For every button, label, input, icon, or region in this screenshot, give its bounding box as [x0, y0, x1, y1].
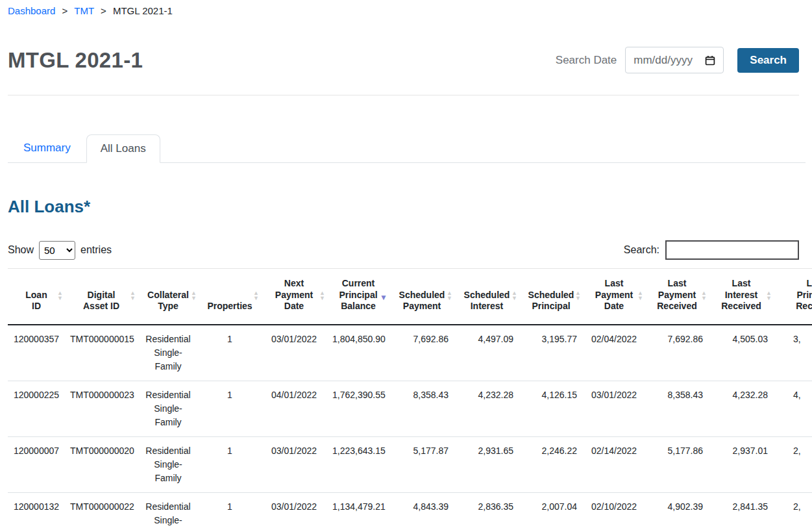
- page-title: MTGL 2021-1: [8, 48, 143, 73]
- calendar-icon[interactable]: [705, 55, 715, 66]
- sort-icon: ▲▼: [253, 291, 259, 301]
- column-header-digital-asset-id[interactable]: Digital Asset ID▲▼: [65, 269, 138, 325]
- table-header-row: Loan ID▲▼Digital Asset ID▲▼Collateral Ty…: [8, 269, 812, 325]
- search-date-input[interactable]: mm/dd/yyyy: [625, 47, 724, 73]
- column-header-scheduled-interest[interactable]: Scheduled Interest▲▼: [454, 269, 519, 325]
- sort-icon: ▲▼: [511, 291, 517, 301]
- column-header-label: Next Payment Date: [275, 278, 313, 311]
- cell-next-payment-date: 03/01/2022: [261, 492, 327, 528]
- divider: [8, 95, 799, 95]
- column-header-label: Scheduled Principal: [528, 290, 574, 312]
- table-row: 120000132TMT000000022Residential Single-…: [8, 492, 812, 528]
- column-header-last-payment-date[interactable]: Last Payment Date▲▼: [583, 269, 645, 325]
- cell-last-principal-received: 2,: [774, 492, 812, 528]
- cell-scheduled-principal: 2,246.22: [519, 436, 583, 492]
- cell-next-payment-date: 03/01/2022: [261, 325, 327, 381]
- cell-scheduled-interest: 2,931.65: [454, 436, 519, 492]
- sort-icon-desc-active: ▲▼: [380, 292, 388, 300]
- column-header-label: Scheduled Payment: [399, 290, 445, 312]
- column-header-current-principal-balance[interactable]: Current Principal Balance▲▼: [327, 269, 389, 325]
- sort-icon: ▲▼: [57, 291, 63, 301]
- breadcrumb-separator: >: [62, 5, 68, 16]
- column-header-label: Last Interest Received: [721, 278, 761, 311]
- date-placeholder: mm/dd/yyyy: [634, 54, 693, 67]
- column-header-scheduled-payment[interactable]: Scheduled Payment▲▼: [389, 269, 454, 325]
- cell-current-principal-balance: 1,804,850.90: [327, 325, 389, 381]
- search-button[interactable]: Search: [737, 48, 799, 73]
- cell-last-interest-received: 2,937.01: [709, 436, 774, 492]
- cell-next-payment-date: 03/01/2022: [261, 436, 327, 492]
- column-header-properties[interactable]: Properties▲▼: [199, 269, 261, 325]
- cell-current-principal-balance: 1,134,479.21: [327, 492, 389, 528]
- cell-scheduled-payment: 4,843.39: [389, 492, 454, 528]
- sort-icon: ▲▼: [575, 291, 581, 301]
- section-heading: All Loans*: [8, 197, 806, 217]
- column-header-label: Last Payment Date: [595, 278, 633, 311]
- column-header-label: Last Payment Received: [657, 278, 696, 311]
- cell-scheduled-payment: 5,177.87: [389, 436, 454, 492]
- column-header-label: Current Principal Balance: [339, 278, 377, 311]
- cell-loan-id: 120000357: [8, 325, 65, 381]
- cell-loan-id: 120000132: [8, 492, 65, 528]
- cell-scheduled-principal: 3,195.77: [519, 325, 583, 381]
- cell-last-payment-received: 4,902.39: [645, 492, 709, 528]
- sort-icon: ▲▼: [191, 291, 197, 301]
- cell-loan-id: 120000225: [8, 381, 65, 436]
- show-entries: Show 50 entries: [8, 241, 112, 260]
- tab-all-loans[interactable]: All Loans: [86, 134, 160, 163]
- cell-scheduled-interest: 2,836.35: [454, 492, 519, 528]
- cell-scheduled-interest: 4,232.28: [454, 381, 519, 436]
- breadcrumb-current: MTGL 2021-1: [113, 5, 173, 16]
- cell-collateral-type: Residential Single-Family: [138, 381, 199, 436]
- column-header-label: Collateral Type: [147, 290, 189, 312]
- sort-icon: ▲▼: [319, 291, 325, 301]
- sort-icon: ▲▼: [130, 291, 136, 301]
- breadcrumb-link-dashboard[interactable]: Dashboard: [8, 5, 55, 16]
- cell-last-interest-received: 4,505.03: [709, 325, 774, 381]
- search-date-label: Search Date: [556, 54, 617, 67]
- cell-last-interest-received: 2,841.35: [709, 492, 774, 528]
- tab-summary[interactable]: Summary: [8, 134, 86, 162]
- sort-icon: ▲▼: [637, 291, 643, 301]
- page: Dashboard > TMT > MTGL 2021-1 MTGL 2021-…: [0, 0, 812, 528]
- cell-scheduled-payment: 7,692.86: [389, 325, 454, 381]
- table-row: 120000357TMT000000015Residential Single-…: [8, 325, 812, 381]
- table-row: 120000007TMT000000020Residential Single-…: [8, 436, 812, 492]
- column-header-label: Scheduled Interest: [464, 290, 510, 312]
- column-header-last-interest-received[interactable]: Last Interest Received▲▼: [709, 269, 774, 325]
- loans-table-wrap: Loan ID▲▼Digital Asset ID▲▼Collateral Ty…: [8, 268, 812, 528]
- loans-table: Loan ID▲▼Digital Asset ID▲▼Collateral Ty…: [8, 268, 812, 528]
- column-header-last-payment-received[interactable]: Last Payment Received▲▼: [645, 269, 709, 325]
- table-row: 120000225TMT000000023Residential Single-…: [8, 381, 812, 436]
- cell-properties: 1: [199, 436, 261, 492]
- cell-collateral-type: Residential Single-Family: [138, 325, 199, 381]
- cell-current-principal-balance: 1,223,643.15: [327, 436, 389, 492]
- column-header-loan-id[interactable]: Loan ID▲▼: [8, 269, 65, 325]
- cell-digital-asset-id: TMT000000022: [65, 492, 138, 528]
- cell-scheduled-principal: 4,126.15: [519, 381, 583, 436]
- cell-digital-asset-id: TMT000000020: [65, 436, 138, 492]
- search-filter: Search:: [624, 240, 799, 260]
- table-search-label: Search:: [624, 244, 659, 256]
- tab-bar: Summary All Loans: [8, 134, 806, 163]
- sort-icon: ▲▼: [701, 291, 707, 301]
- breadcrumb-link-tmt[interactable]: TMT: [74, 5, 94, 16]
- cell-collateral-type: Residential Single-Family: [138, 492, 199, 528]
- column-header-next-payment-date[interactable]: Next Payment Date▲▼: [261, 269, 327, 325]
- cell-last-principal-received: 4,: [774, 381, 812, 436]
- breadcrumb: Dashboard > TMT > MTGL 2021-1: [8, 5, 806, 16]
- column-header-label: Last Principal Received: [796, 278, 812, 311]
- table-search-input[interactable]: [665, 240, 799, 260]
- cell-last-payment-date: 02/14/2022: [583, 436, 645, 492]
- column-header-scheduled-principal[interactable]: Scheduled Principal▲▼: [519, 269, 583, 325]
- column-header-last-principal-received[interactable]: Last Principal Received▲▼: [774, 269, 812, 325]
- column-header-collateral-type[interactable]: Collateral Type▲▼: [138, 269, 199, 325]
- cell-last-principal-received: 2,: [774, 436, 812, 492]
- breadcrumb-separator: >: [101, 5, 106, 16]
- column-header-label: Properties: [207, 301, 252, 311]
- cell-last-payment-date: 02/10/2022: [583, 492, 645, 528]
- cell-scheduled-principal: 2,007.04: [519, 492, 583, 528]
- cell-last-payment-received: 7,692.86: [645, 325, 709, 381]
- page-size-select[interactable]: 50: [39, 241, 75, 260]
- entries-label: entries: [80, 244, 112, 256]
